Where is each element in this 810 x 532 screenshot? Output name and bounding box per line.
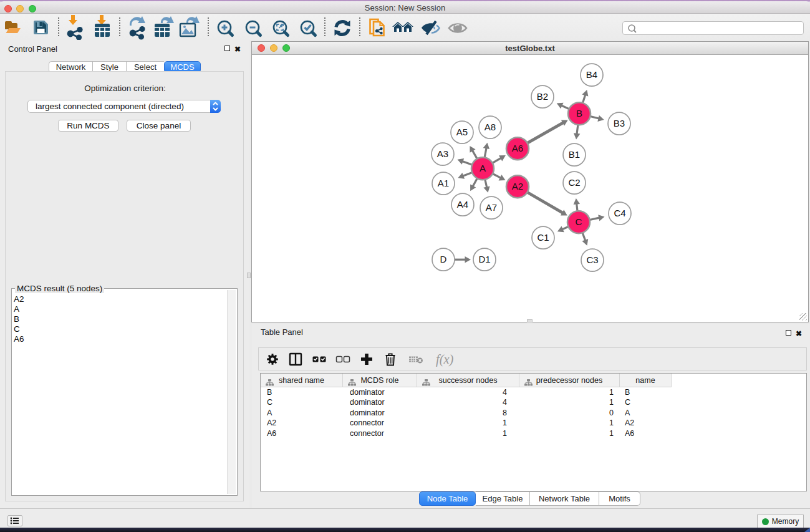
svg-text:D: D	[440, 254, 447, 264]
svg-text:B4: B4	[586, 69, 597, 80]
svg-text:B: B	[576, 108, 582, 118]
svg-text:B1: B1	[569, 149, 580, 160]
svg-text:A8: A8	[485, 122, 496, 132]
svg-text:D1: D1	[478, 254, 490, 264]
svg-text:C: C	[576, 216, 582, 227]
svg-text:A5: A5	[456, 127, 468, 137]
svg-text:f(x): f(x)	[436, 352, 454, 367]
svg-text:A2: A2	[512, 181, 523, 191]
svg-text:A1: A1	[438, 178, 449, 188]
svg-text:A: A	[480, 163, 486, 173]
svg-text:A3: A3	[437, 148, 448, 159]
svg-text:B2: B2	[537, 91, 548, 102]
svg-text:A4: A4	[457, 199, 468, 210]
svg-text:C1: C1	[537, 232, 549, 243]
svg-text:C3: C3	[586, 254, 598, 265]
svg-text:B3: B3	[614, 118, 625, 128]
svg-text:C4: C4	[614, 208, 625, 218]
svg-text:A6: A6	[512, 143, 523, 153]
svg-text:A7: A7	[486, 202, 497, 213]
svg-text:C2: C2	[568, 177, 580, 188]
